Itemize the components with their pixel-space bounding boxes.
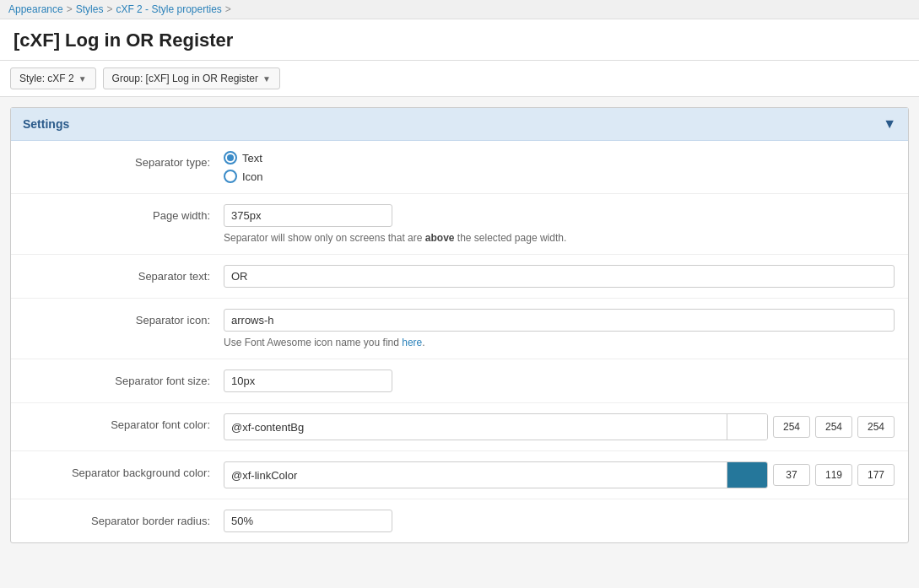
settings-header: Settings ▼	[11, 108, 908, 141]
color-swatch-font[interactable]	[727, 414, 767, 440]
collapse-icon[interactable]: ▼	[883, 116, 896, 132]
input-separator-icon[interactable]	[224, 309, 895, 332]
page-title: [cXF] Log in OR Register	[0, 19, 919, 61]
row-font-color: Separator font color:	[11, 403, 908, 451]
breadcrumb-style-properties[interactable]: cXF 2 - Style properties	[116, 3, 221, 15]
color-swatch-bg[interactable]	[727, 462, 767, 488]
label-border-radius: Separator border radius:	[24, 510, 210, 527]
settings-panel: Settings ▼ Separator type: Text Icon	[10, 107, 909, 543]
settings-body: Separator type: Text Icon Page width:	[11, 141, 908, 542]
group-dropdown[interactable]: Group: [cXF] Log in OR Register ▼	[103, 67, 280, 89]
breadcrumb-appearance[interactable]: Appearance	[8, 3, 63, 15]
color-text-font[interactable]	[224, 417, 727, 438]
color-text-bg[interactable]	[224, 465, 727, 486]
radio-text-option[interactable]: Text	[224, 151, 895, 165]
content-font-color	[224, 413, 895, 440]
input-page-width[interactable]	[224, 204, 392, 227]
content-bg-color	[224, 461, 895, 488]
style-dropdown-label: Style: cXF 2	[19, 73, 74, 84]
input-font-size[interactable]	[224, 370, 392, 392]
breadcrumb: Appearance > Styles > cXF 2 - Style prop…	[0, 0, 919, 19]
radio-icon-circle	[224, 170, 237, 183]
content-separator-text	[224, 265, 895, 288]
color-b-bg[interactable]	[857, 464, 895, 486]
label-separator-text: Separator text:	[24, 265, 210, 283]
group-dropdown-arrow: ▼	[262, 74, 271, 84]
content-separator-type: Text Icon	[224, 151, 895, 183]
color-input-wrap-bg	[224, 461, 768, 488]
row-separator-type: Separator type: Text Icon	[11, 141, 908, 194]
color-r-bg[interactable]	[773, 464, 810, 486]
radio-group-separator-type: Text Icon	[224, 151, 895, 183]
toolbar: Style: cXF 2 ▼ Group: [cXF] Log in OR Re…	[0, 61, 919, 97]
breadcrumb-styles[interactable]: Styles	[76, 3, 104, 15]
label-font-size: Separator font size:	[24, 370, 210, 387]
font-awesome-link[interactable]: here	[402, 337, 422, 348]
content-border-radius	[224, 510, 895, 532]
color-row-bg	[224, 461, 895, 488]
color-g-bg[interactable]	[815, 464, 852, 486]
label-font-color: Separator font color:	[24, 413, 210, 431]
color-b-font[interactable]	[857, 416, 895, 438]
row-font-size: Separator font size:	[11, 359, 908, 403]
content-page-width: Separator will show only on screens that…	[224, 204, 895, 244]
label-separator-icon: Separator icon:	[24, 309, 210, 326]
help-page-width: Separator will show only on screens that…	[224, 232, 895, 244]
label-page-width: Page width:	[24, 204, 210, 222]
input-separator-text[interactable]	[224, 265, 895, 288]
color-input-wrap-font	[224, 413, 768, 440]
group-dropdown-label: Group: [cXF] Log in OR Register	[112, 73, 258, 84]
radio-text-label: Text	[242, 152, 262, 165]
color-r-font[interactable]	[773, 416, 810, 438]
color-row-font	[224, 413, 895, 440]
radio-icon-label: Icon	[242, 170, 263, 183]
settings-title: Settings	[23, 117, 69, 131]
content-separator-icon: Use Font Awesome icon name you find here…	[224, 309, 895, 348]
color-g-font[interactable]	[815, 416, 852, 438]
label-bg-color: Separator background color:	[24, 461, 210, 479]
row-bg-color: Separator background color:	[11, 451, 908, 499]
radio-icon-option[interactable]: Icon	[224, 170, 895, 183]
style-dropdown[interactable]: Style: cXF 2 ▼	[10, 67, 96, 89]
radio-text-circle	[224, 151, 237, 165]
label-separator-type: Separator type:	[24, 151, 210, 169]
row-page-width: Page width: Separator will show only on …	[11, 194, 908, 255]
breadcrumb-sep-1: >	[67, 3, 73, 15]
style-dropdown-arrow: ▼	[78, 74, 87, 84]
row-separator-text: Separator text:	[11, 255, 908, 299]
breadcrumb-sep-2: >	[106, 3, 112, 15]
row-border-radius: Separator border radius:	[11, 499, 908, 542]
breadcrumb-sep-3: >	[225, 3, 231, 15]
content-font-size	[224, 370, 895, 392]
row-separator-icon: Separator icon: Use Font Awesome icon na…	[11, 299, 908, 359]
input-border-radius[interactable]	[224, 510, 392, 532]
help-separator-icon: Use Font Awesome icon name you find here…	[224, 337, 895, 348]
